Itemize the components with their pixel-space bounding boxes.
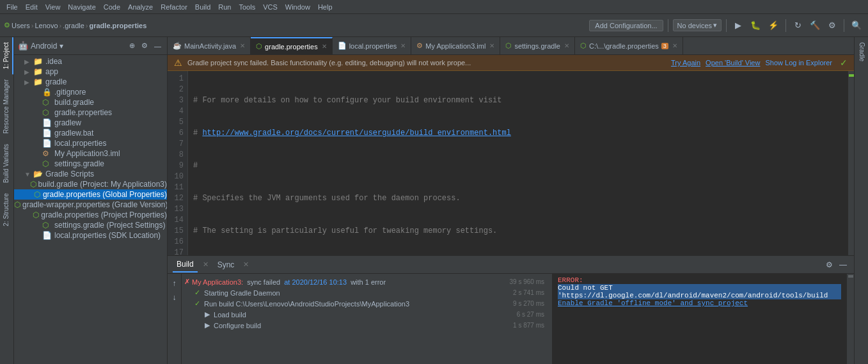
menu-help[interactable]: Help <box>314 3 336 11</box>
sidebar-item-build-variants[interactable]: Build Variants <box>0 139 13 188</box>
menu-tools[interactable]: Tools <box>235 3 259 11</box>
tree-label-gradlewrapper: gradle-wrapper.properties (Gradle Versio… <box>22 200 167 209</box>
tree-item-gradlewrapper[interactable]: ⬡ gradle-wrapper.properties (Gradle Vers… <box>14 200 167 210</box>
sync-button[interactable]: ↻ <box>791 17 805 34</box>
tree-item-gradleprops2[interactable]: ⬡ gradle.properties (Global Properties) <box>14 189 167 200</box>
tree-item-buildgradle2[interactable]: ⬡ build.gradle (Project: My Application3… <box>14 179 167 189</box>
sidebar-item-resource-manager[interactable]: Resource Manager <box>0 74 13 139</box>
try-again-link[interactable]: Try Again <box>671 59 700 67</box>
sidebar-item-structure[interactable]: 2: Structure <box>0 188 13 232</box>
tree-item-buildgradle[interactable]: ⬡ build.gradle <box>14 97 167 107</box>
tree-item-localprops2[interactable]: 📄 local.properties (SDK Location) <box>14 230 167 241</box>
build-item-loadbuild[interactable]: ▶ Load build 6 s 27 ms <box>182 309 552 320</box>
menu-code[interactable]: Code <box>100 3 124 11</box>
tab-close-mainactivity[interactable]: ✕ <box>240 42 245 49</box>
breadcrumb-file[interactable]: gradle.properties <box>89 22 146 29</box>
add-configuration-button[interactable]: Add Configuration... <box>589 20 663 31</box>
project-collapse-btn[interactable]: — <box>152 42 163 51</box>
build-item-label: Configure build <box>212 322 261 329</box>
menu-analyze[interactable]: Analyze <box>124 3 157 11</box>
build-item-sync-failed[interactable]: ✗ My Application3: sync failed at 2020/1… <box>182 276 552 287</box>
menu-window[interactable]: Window <box>281 3 314 11</box>
project-dropdown-icon[interactable]: ▾ <box>59 42 63 51</box>
tree-item-gradleprops3[interactable]: ⬡ gradle.properties (Project Properties) <box>14 210 167 220</box>
build-time-4: 6 s 27 ms <box>517 311 549 318</box>
breadcrumb-lenovo[interactable]: Lenovo <box>35 22 58 29</box>
build-item-configurebuild[interactable]: ▶ Configure build 1 s 877 ms <box>182 320 552 331</box>
tree-item-gradlew[interactable]: 📄 gradlew <box>14 118 167 128</box>
offline-mode-link[interactable]: Enable Gradle 'offline mode' and sync pr… <box>558 299 748 307</box>
build-tab-build[interactable]: Build <box>173 257 198 273</box>
editor-gutter <box>848 71 854 255</box>
tab-gradleprops2[interactable]: ⬡ C:\...\gradle.properties 3 ✕ <box>575 37 683 55</box>
gradle-icon: ⬡ <box>33 210 39 219</box>
tree-item-gradle[interactable]: ▶ 📁 gradle <box>14 77 167 87</box>
no-devices-dropdown[interactable]: No devices ▾ <box>673 19 722 31</box>
breadcrumb-gradle[interactable]: .gradle <box>63 22 84 29</box>
tree-item-localprops[interactable]: 📄 local.properties <box>14 138 167 148</box>
no-devices-label: No devices <box>677 22 712 29</box>
tree-label-buildgradle: build.gradle <box>54 98 94 107</box>
build-item-runbuild[interactable]: ✓ Run build C:\Users\Lenovo\AndroidStudi… <box>182 298 552 309</box>
tab-close-settingsgradle[interactable]: ✕ <box>564 42 569 49</box>
menu-vcs[interactable]: VCS <box>259 3 281 11</box>
tab-mainactivity[interactable]: ☕ MainActivity.java ✕ <box>168 37 251 55</box>
build-tab-close[interactable]: ✕ <box>203 260 209 269</box>
tab-close-gradleprops[interactable]: ✕ <box>322 43 327 50</box>
tree-item-myapp[interactable]: ⚙ My Application3.iml <box>14 148 167 159</box>
tab-settingsgradle[interactable]: ⬡ settings.gradle ✕ <box>500 37 575 55</box>
debug-button[interactable]: 🐛 <box>748 17 763 34</box>
gradle-icon: ⬡ <box>42 98 52 107</box>
tab-gradleprops[interactable]: ⬡ gradle.properties ✕ <box>251 37 333 55</box>
tree-label-myapp: My Application3.iml <box>54 149 120 158</box>
right-tab-gradle[interactable]: Gradle <box>855 37 868 67</box>
build-tree: ✗ My Application3: sync failed at 2020/1… <box>182 274 553 364</box>
search-button[interactable]: 🔍 <box>849 17 864 34</box>
tab-localprops[interactable]: 📄 local.properties ✕ <box>333 37 412 55</box>
tree-item-app[interactable]: ▶ 📁 app <box>14 67 167 77</box>
tree-item-gradleprops[interactable]: ⬡ gradle.properties <box>14 107 167 118</box>
menu-build[interactable]: Build <box>191 3 214 11</box>
build-scroll-down-btn[interactable]: ↓ <box>171 290 178 305</box>
error-icon: ✗ <box>184 278 190 286</box>
tree-item-settingsgradle[interactable]: ⬡ settings.gradle <box>14 159 167 169</box>
build-output-scrollbar[interactable] <box>846 274 854 364</box>
settings-button[interactable]: ⚙ <box>825 17 839 34</box>
tree-item-gitignore[interactable]: 🔒 .gitignore <box>14 87 167 97</box>
build-item-daemon[interactable]: ✓ Starting Gradle Daemon 2 s 741 ms <box>182 287 552 298</box>
project-settings-btn[interactable]: ⚙ <box>139 41 150 51</box>
menu-refactor[interactable]: Refactor <box>157 3 191 11</box>
arrow-icon: ▶ <box>205 310 210 319</box>
open-build-link[interactable]: Open 'Build' View <box>706 59 760 67</box>
project-scope-btn[interactable]: ⊕ <box>127 41 137 51</box>
tab-myapp[interactable]: ⚙ My Application3.iml ✕ <box>411 37 500 55</box>
tree-item-gradlewbat[interactable]: 📄 gradlew.bat <box>14 128 167 138</box>
build-button[interactable]: 🔨 <box>807 17 823 34</box>
tree-item-settingsgradle2[interactable]: ⬡ settings.gradle (Project Settings) <box>14 220 167 230</box>
error-message: Gradle project sync failed. Basic functi… <box>187 59 666 67</box>
menu-run[interactable]: Run <box>214 3 235 11</box>
build-minimize-btn[interactable]: — <box>837 260 849 270</box>
sidebar-item-project[interactable]: 1: Project <box>0 37 13 74</box>
sync-tab-close[interactable]: ✕ <box>243 260 249 269</box>
tree-item-idea[interactable]: ▶ 📁 .idea <box>14 56 167 67</box>
line-num-4: 4 <box>168 106 187 117</box>
code-content[interactable]: # For more details on how to configure y… <box>188 71 848 255</box>
menu-navigate[interactable]: Navigate <box>64 3 99 11</box>
run-button[interactable]: ▶ <box>731 17 745 34</box>
show-log-in-explorer-link[interactable]: Show Log in Explorer <box>765 59 832 67</box>
build-settings-btn[interactable]: ⚙ <box>824 260 835 270</box>
java-file-icon: ☕ <box>173 42 182 50</box>
menu-file[interactable]: File <box>3 3 22 11</box>
tab-close-localprops[interactable]: ✕ <box>400 42 406 49</box>
attach-button[interactable]: ⚡ <box>766 17 781 34</box>
gradle-icon: ⬡ <box>30 180 36 189</box>
breadcrumb-users[interactable]: Users <box>12 22 30 29</box>
menu-view[interactable]: View <box>42 3 65 11</box>
tab-close-gradleprops2[interactable]: ✕ <box>672 42 677 49</box>
tree-item-gradlescripts[interactable]: ▼ 📂 Gradle Scripts <box>14 169 167 179</box>
build-tab-sync[interactable]: Sync <box>214 258 239 272</box>
tab-close-myapp[interactable]: ✕ <box>489 42 494 49</box>
build-scroll-up-btn[interactable]: ↑ <box>171 276 178 290</box>
menu-edit[interactable]: Edit <box>22 3 42 11</box>
